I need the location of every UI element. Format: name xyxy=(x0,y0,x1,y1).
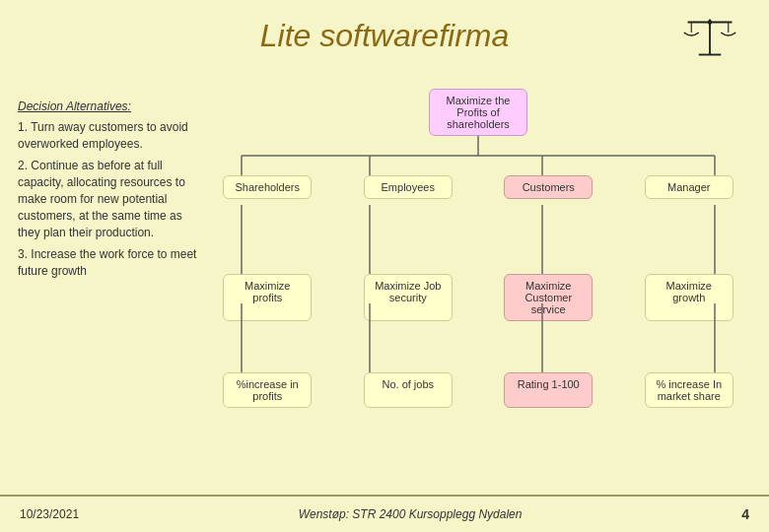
footer-date: 10/23/2021 xyxy=(20,507,79,521)
level4-row: %increase in profits No. of jobs Rating … xyxy=(197,372,759,408)
box-employees: Employees xyxy=(364,175,453,199)
box-manager: Manager xyxy=(645,175,734,199)
box-maximize-customer-service: Maximize Customer service xyxy=(504,274,593,321)
box-pct-increase-market-share: % increase In market share xyxy=(645,372,734,408)
box-no-of-jobs: No. of jobs xyxy=(364,372,453,408)
box-pct-increase-profits: %increase in profits xyxy=(223,372,312,408)
footer-center-text: Wenstøp: STR 2400 Kursopplegg Nydalen xyxy=(299,507,523,521)
decision-item-1: 1. Turn away customers to avoid overwork… xyxy=(18,119,200,153)
svg-point-5 xyxy=(708,20,713,25)
page-title: Lite softwarefirma xyxy=(0,0,769,64)
top-box-text: Maximize theProfits ofshareholders xyxy=(447,95,511,130)
box-customers: Customers xyxy=(504,175,593,199)
level2-row: Shareholders Employees Customers Manager xyxy=(197,175,759,199)
decision-item-3: 3. Increase the work force to meet futur… xyxy=(18,246,200,280)
box-maximize-growth: Maximize growth xyxy=(645,274,734,321)
box-rating-1-100: Rating 1-100 xyxy=(504,372,593,408)
box-shareholders: Shareholders xyxy=(223,175,312,199)
diagram: Maximize theProfits ofshareholders Share… xyxy=(197,89,759,483)
scale-icon xyxy=(680,12,739,61)
box-maximize-profits: Maximize profits xyxy=(223,274,312,321)
left-text-block: Decision Alternatives: 1. Turn away cust… xyxy=(18,99,200,280)
footer: 10/23/2021 Wenstøp: STR 2400 Kursopplegg… xyxy=(0,495,769,532)
decision-item-2: 2. Continue as before at full capacity, … xyxy=(18,158,200,240)
box-maximize-job-security: Maximize Job security xyxy=(364,274,453,321)
level3-row: Maximize profits Maximize Job security M… xyxy=(197,274,759,321)
page: Lite softwarefirma Decision Alternatives… xyxy=(0,0,769,532)
top-box: Maximize theProfits ofshareholders xyxy=(429,89,527,136)
footer-page-number: 4 xyxy=(741,506,749,522)
decision-heading: Decision Alternatives: xyxy=(18,99,200,115)
